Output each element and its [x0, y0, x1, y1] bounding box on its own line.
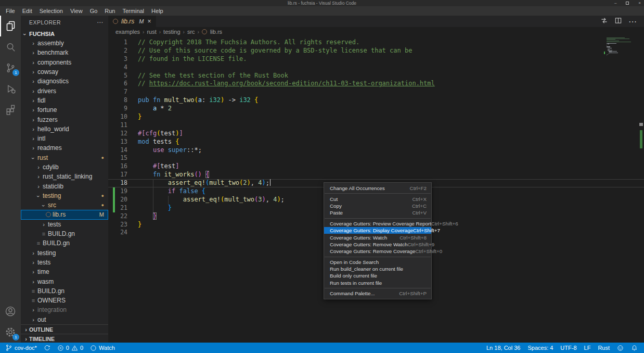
tree-item-testing[interactable]: ›testing: [21, 248, 108, 258]
maximize-icon[interactable]: [626, 2, 629, 5]
tree-item-hello-world[interactable]: ›hello_world: [21, 124, 108, 134]
tree-item-build-gn[interactable]: ≡BUILD.gn: [21, 229, 108, 238]
chevron-down-icon[interactable]: ›: [41, 203, 47, 209]
chevron-down-icon[interactable]: ›: [30, 155, 36, 161]
eol-status[interactable]: LF: [584, 345, 591, 351]
code-line-15[interactable]: 15: [108, 154, 644, 162]
menu-item-coverage-gutters-preview-coverage-report[interactable]: Coverage Gutters: Preview Coverage Repor…: [324, 220, 431, 227]
chevron-right-icon[interactable]: ›: [30, 97, 36, 104]
chevron-right-icon[interactable]: ›: [30, 250, 36, 256]
chevron-right-icon[interactable]: ›: [30, 88, 36, 94]
activity-account[interactable]: [0, 301, 21, 322]
chevron-right-icon[interactable]: ›: [41, 221, 47, 228]
encoding-status[interactable]: UTF-8: [560, 345, 576, 351]
open-changes-icon[interactable]: [600, 17, 608, 27]
menu-run[interactable]: Run: [101, 6, 119, 16]
language-mode-status[interactable]: Rust: [598, 345, 610, 351]
chevron-right-icon[interactable]: ›: [30, 279, 36, 285]
tree-item-out[interactable]: ›out: [21, 315, 108, 324]
tree-item-drivers[interactable]: ›drivers: [21, 86, 108, 95]
menu-item-coverage-gutters-remove-watch[interactable]: Coverage Gutters: Remove WatchCtrl+Shift…: [324, 241, 431, 248]
breadcrumb-rust[interactable]: rust: [147, 29, 156, 35]
menu-item-command-palette[interactable]: Command Palette...Ctrl+Shift+P: [324, 290, 431, 297]
code-line-11[interactable]: 11: [108, 121, 644, 130]
chevron-right-icon[interactable]: ›: [30, 59, 36, 66]
tree-item-benchmark[interactable]: ›benchmark: [21, 48, 108, 57]
tree-item-fortune[interactable]: ›fortune: [21, 105, 108, 115]
menu-item-open-in-code-search[interactable]: Open in Code Search: [324, 259, 431, 266]
more-actions-icon[interactable]: ⋯: [97, 19, 103, 26]
tree-item-wasm[interactable]: ›wasm: [21, 276, 108, 286]
activity-run-debug[interactable]: [0, 78, 21, 99]
problems-status[interactable]: 0 0: [57, 345, 83, 351]
tab-lib-rs[interactable]: lib.rs M ×: [108, 16, 156, 27]
tree-item-build-gn[interactable]: ≡BUILD.gn: [21, 238, 108, 248]
menu-item-coverage-gutters-remove-coverage[interactable]: Coverage Gutters: Remove CoverageCtrl+Sh…: [324, 248, 431, 255]
breadcrumb-src[interactable]: src: [187, 29, 195, 35]
breadcrumb-testing[interactable]: testing: [163, 29, 180, 35]
menu-item-run-build-cleaner-on-current-file[interactable]: Run build_cleaner on current file: [324, 266, 431, 272]
code-line-7[interactable]: 7: [108, 88, 644, 96]
chevron-right-icon[interactable]: ›: [30, 69, 36, 75]
menu-edit[interactable]: Edit: [19, 6, 36, 16]
menu-file[interactable]: File: [2, 6, 19, 16]
coverage-watch-button[interactable]: Watch: [90, 345, 115, 351]
activity-settings[interactable]: 1: [0, 322, 21, 343]
tree-item-rust-static-linking[interactable]: ›rust_static_linking: [21, 172, 108, 181]
tree-item-cowsay[interactable]: ›cowsay: [21, 67, 108, 77]
code-line-9[interactable]: 9 a * 2: [108, 105, 644, 113]
code-line-10[interactable]: 10}: [108, 113, 644, 121]
chevron-right-icon[interactable]: ›: [30, 259, 36, 266]
menu-item-build-only-current-file[interactable]: Build only current file: [324, 272, 431, 279]
tree-item-tests[interactable]: ›tests: [21, 258, 108, 267]
minimize-icon[interactable]: –: [614, 0, 616, 6]
chevron-right-icon[interactable]: ›: [30, 78, 36, 84]
code-line-16[interactable]: 16 #[test]: [108, 162, 644, 171]
tree-item-time[interactable]: ›time: [21, 267, 108, 276]
tree-item-diagnostics[interactable]: ›diagnostics: [21, 77, 108, 86]
menu-terminal[interactable]: Terminal: [119, 6, 148, 16]
activity-explorer[interactable]: [0, 16, 21, 36]
breadcrumb-lib-rs[interactable]: lib.rs: [210, 29, 222, 35]
indentation-status[interactable]: Spaces: 4: [527, 345, 553, 351]
tree-item-tests[interactable]: ›tests: [21, 220, 108, 229]
tree-item-fuzzers[interactable]: ›fuzzers: [21, 115, 108, 124]
tree-item-components[interactable]: ›components: [21, 58, 108, 67]
code-line-2[interactable]: 2// Use of this source code is governed …: [108, 47, 644, 55]
menu-help[interactable]: Help: [148, 6, 167, 16]
chevron-right-icon[interactable]: ›: [30, 269, 36, 275]
code-line-3[interactable]: 3// found in the LICENSE file.: [108, 55, 644, 64]
activity-source-control[interactable]: 1: [0, 57, 21, 78]
chevron-right-icon[interactable]: ›: [30, 107, 36, 113]
menu-go[interactable]: Go: [86, 6, 101, 16]
chevron-right-icon[interactable]: ›: [30, 317, 36, 323]
workspace-root-fuchsia[interactable]: › FUCHSIA: [21, 29, 108, 39]
panel-outline[interactable]: › OUTLINE: [21, 324, 108, 334]
menu-selection[interactable]: Selection: [36, 6, 67, 16]
tree-item-cdylib[interactable]: ›cdylib: [21, 162, 108, 172]
code-line-8[interactable]: 8pub fn mult_two(a: i32) -> i32 {: [108, 96, 644, 105]
more-actions-icon[interactable]: ⋯: [628, 17, 637, 27]
tree-item-src[interactable]: ›src●: [21, 200, 108, 210]
code-line-13[interactable]: 13mod tests {: [108, 138, 644, 146]
notifications-button[interactable]: [631, 345, 638, 351]
tree-item-readmes[interactable]: ›readmes: [21, 143, 108, 153]
tree-item-fidl[interactable]: ›fidl: [21, 96, 108, 105]
tree-item-owners[interactable]: ≡OWNERS: [21, 296, 108, 305]
cursor-position-status[interactable]: Ln 18, Col 36: [486, 345, 520, 351]
chevron-right-icon[interactable]: ›: [30, 40, 36, 46]
minimap[interactable]: [607, 37, 634, 79]
code-line-4[interactable]: 4: [108, 64, 644, 72]
menu-item-coverage-gutters-watch[interactable]: Coverage Gutters: WatchCtrl+Shift+8: [324, 234, 431, 241]
tree-item-lib-rs[interactable]: lib.rsM: [21, 210, 108, 219]
tree-item-build-gn[interactable]: ≡BUILD.gn: [21, 286, 108, 296]
menu-item-change-all-occurrences[interactable]: Change All OccurrencesCtrl+F2: [324, 185, 431, 192]
panel-timeline[interactable]: › TIMELINE: [21, 334, 108, 343]
chevron-right-icon[interactable]: ›: [30, 145, 36, 151]
chevron-right-icon[interactable]: ›: [35, 164, 42, 170]
tab-close-icon[interactable]: ×: [148, 18, 151, 25]
tree-item-integration[interactable]: ›integration: [21, 305, 108, 314]
tree-item-staticlib[interactable]: ›staticlib: [21, 181, 108, 191]
sync-button[interactable]: [44, 345, 50, 351]
code-line-12[interactable]: 12#[cfg(test)]: [108, 130, 644, 138]
